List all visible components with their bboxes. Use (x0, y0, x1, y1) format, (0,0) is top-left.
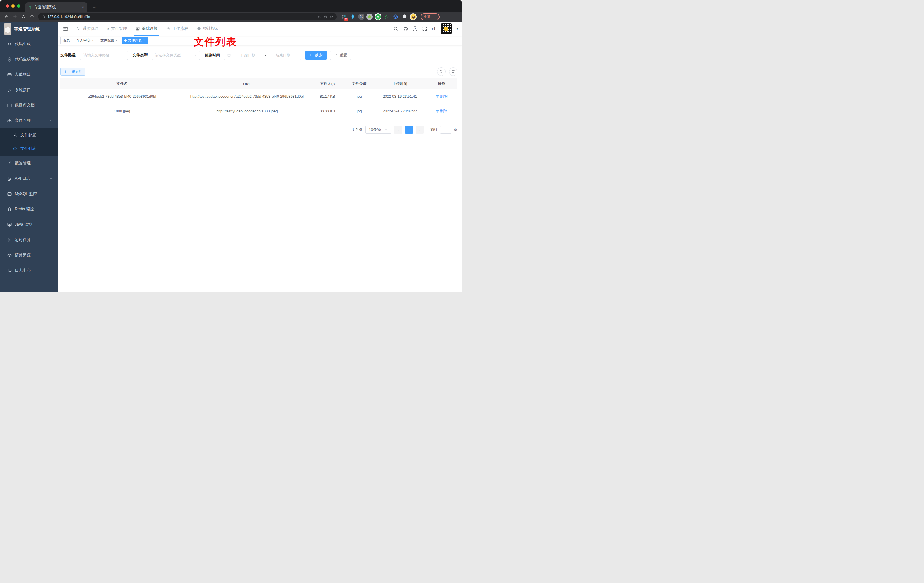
show-search-toggle-button[interactable] (437, 67, 446, 76)
fullscreen-icon[interactable] (422, 26, 427, 31)
bookmark-star-icon[interactable] (330, 15, 333, 19)
url-text[interactable]: 127.0.0.1:1024/infra/file/file (48, 15, 315, 19)
browser-tab[interactable]: 芋道管理系统 × (25, 2, 87, 12)
puzzle-extensions-menu-icon[interactable] (401, 13, 408, 20)
dot-extension-icon[interactable] (366, 13, 373, 20)
zoom-window-button[interactable] (17, 4, 20, 8)
sidebar-item-file-list[interactable]: 文件列表 (0, 142, 58, 155)
date-range-picker[interactable]: 开始日期 - 结束日期 (224, 51, 301, 60)
tiles-extension-icon[interactable]: 11 (340, 13, 347, 20)
top-nav-reports[interactable]: 统计报表 (192, 21, 223, 36)
tab-close-icon[interactable]: × (82, 5, 84, 9)
refresh-icon (451, 69, 455, 74)
avatar[interactable] (441, 23, 452, 34)
help-icon[interactable]: ? (412, 26, 417, 31)
page-content: 文件路径 文件类型 请选择文件类型 创建时间 开始日期 - 结束日期 (58, 45, 462, 292)
pagination: 共 2 条 10条/页 1 前往 页 (61, 126, 457, 134)
sidebar-item-code-gen-demo[interactable]: 代码生成示例 (0, 52, 58, 67)
form-grid-icon (7, 73, 12, 77)
reset-button[interactable]: 重置 (330, 51, 351, 60)
cloud-upload-icon (13, 147, 18, 151)
sidebar-item-form-builder[interactable]: 表单构建 (0, 67, 58, 82)
prev-page-button[interactable] (394, 126, 402, 134)
site-info-icon[interactable] (41, 15, 45, 19)
end-date-input[interactable]: 结束日期 (268, 53, 298, 58)
page-size-select[interactable]: 10条/页 (365, 126, 391, 134)
briefcase-icon (166, 26, 170, 31)
tag-close-icon[interactable]: × (92, 39, 94, 43)
gem-extension-icon[interactable] (349, 13, 356, 20)
tag-profile[interactable]: 个人中心 × (74, 37, 96, 44)
sidebar-item-mysql-monitor[interactable]: MySQL 监控 (0, 186, 58, 201)
tab-title: 芋道管理系统 (35, 5, 79, 10)
font-size-icon[interactable]: TT (432, 26, 436, 31)
command-extension-icon[interactable]: ⌘ (358, 13, 365, 20)
github-icon[interactable] (403, 26, 408, 31)
target-extension-icon[interactable] (392, 13, 399, 20)
sidebar-item-config-management[interactable]: 配置管理 (0, 155, 58, 171)
log-center-icon (7, 268, 12, 273)
reload-icon[interactable] (20, 13, 27, 20)
chart-monitor-icon (7, 192, 12, 197)
emoji-profile-icon[interactable] (410, 13, 417, 20)
tag-close-icon[interactable]: × (143, 39, 145, 43)
sidebar-item-code-gen[interactable]: 代码生成 (0, 36, 58, 52)
refresh-table-button[interactable] (449, 67, 457, 76)
sidebar-collapse-icon[interactable] (63, 26, 68, 31)
file-type-select[interactable]: 请选择文件类型 (152, 51, 200, 60)
minimize-window-button[interactable] (12, 4, 15, 8)
back-icon[interactable] (3, 13, 10, 20)
y-extension-icon[interactable]: y (375, 13, 381, 20)
search-icon[interactable] (393, 26, 398, 31)
browser-menu-dots-icon[interactable]: ⋮ (433, 15, 436, 19)
forward-icon[interactable] (12, 13, 19, 20)
password-key-icon[interactable] (318, 15, 321, 19)
sidebar-item-api-log[interactable]: API 日志 (0, 171, 58, 186)
pagination-total: 共 2 条 (351, 127, 362, 132)
tag-home[interactable]: 首页 (61, 37, 73, 44)
cell-file-type: jpg (344, 89, 374, 104)
app-logo[interactable]: 芋道管理系统 (0, 21, 58, 36)
sidebar-item-log-center[interactable]: 日志中心 (0, 263, 58, 278)
cell-url: http://test.yudao.iocoder.cn/a294ecb2-73… (183, 89, 311, 104)
sidebar-item-system-api[interactable]: 系统接口 (0, 82, 58, 97)
sidebar-item-db-doc[interactable]: 数据库文档 (0, 97, 58, 113)
start-date-input[interactable]: 开始日期 (233, 53, 263, 58)
col-actions: 操作 (426, 78, 457, 89)
tag-file-list[interactable]: 文件列表 × (122, 37, 148, 44)
sidebar-item-file-config[interactable]: 文件配置 (0, 128, 58, 142)
sidebar-item-java-monitor[interactable]: Java 监控 (0, 217, 58, 232)
sidebar-item-tracing[interactable]: 链路追踪 (0, 248, 58, 263)
chrome-update-button[interactable]: 更新 ⋮ (421, 13, 440, 20)
delete-link[interactable]: 删除 (436, 108, 447, 114)
upload-file-button[interactable]: 上传文件 (61, 68, 86, 76)
top-nav-workflow[interactable]: 工作流程 (162, 21, 192, 36)
home-icon[interactable] (28, 13, 36, 20)
sidebar-item-redis-monitor[interactable]: Redis 监控 (0, 201, 58, 217)
code-icon (7, 42, 12, 46)
file-table: 文件名 URL 文件大小 文件类型 上传时间 操作 a294ecb2-73dd-… (61, 78, 457, 119)
star-extension-icon[interactable] (383, 13, 390, 20)
avatar-caret-icon[interactable]: ▾ (457, 27, 458, 30)
search-button[interactable]: 搜索 (305, 51, 327, 60)
top-nav-payment[interactable]: ¥ 支付管理 (103, 21, 131, 36)
tag-file-config[interactable]: 文件配置 × (98, 37, 120, 44)
top-nav-system[interactable]: 系统管理 (72, 21, 103, 36)
search-button-icon (310, 53, 313, 57)
close-window-button[interactable] (6, 4, 9, 8)
dashboard-icon (197, 26, 201, 31)
share-icon[interactable] (323, 15, 327, 19)
file-path-input[interactable] (80, 51, 128, 60)
tag-close-icon[interactable]: × (116, 39, 117, 43)
sidebar-item-scheduled-tasks[interactable]: 定时任务 (0, 232, 58, 248)
reset-refresh-icon (334, 53, 338, 57)
goto-page-input[interactable] (440, 126, 452, 134)
new-tab-button[interactable]: + (92, 5, 96, 10)
delete-link[interactable]: 删除 (436, 93, 447, 100)
sidebar-item-file-management[interactable]: 文件管理 (0, 113, 58, 128)
page-number-1[interactable]: 1 (405, 126, 413, 134)
next-page-button[interactable] (416, 126, 424, 134)
url-bar[interactable]: 127.0.0.1:1024/infra/file/file (38, 13, 337, 20)
top-nav-infrastructure[interactable]: 基础设施 (131, 21, 162, 36)
file-path-input-field[interactable] (83, 53, 124, 57)
